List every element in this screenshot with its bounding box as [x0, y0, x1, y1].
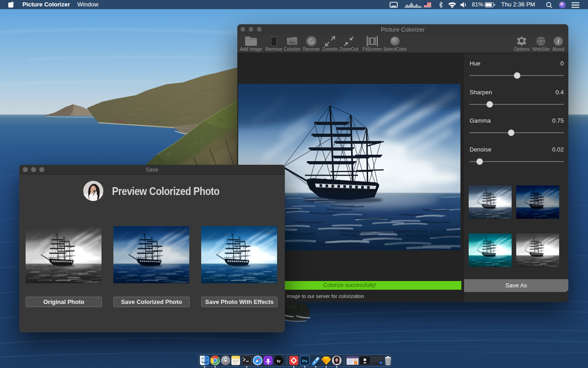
- svg-text:tv: tv: [277, 359, 280, 363]
- svg-text:Ps: Ps: [302, 358, 308, 363]
